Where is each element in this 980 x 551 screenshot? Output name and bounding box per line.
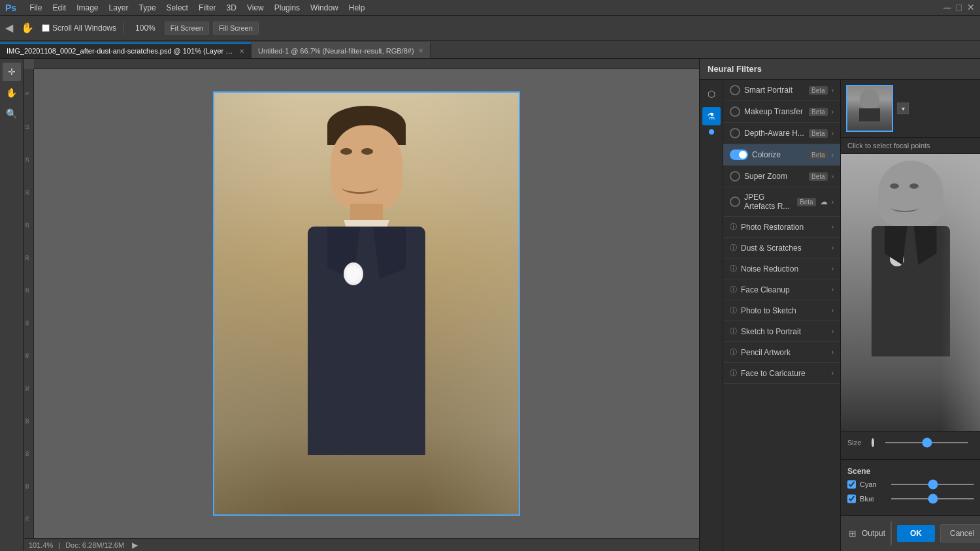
filter-toggle-makeup-transfer[interactable] (730, 106, 740, 117)
tab-neural-result[interactable]: Untitled-1 @ 66.7% (Neural-filter-result… (252, 42, 431, 58)
neural-filters-panel: Neural Filters ⬡ ⚗ Smart Portrait Beta › (699, 59, 980, 551)
output-bar: ⊞ Output New Layer ▾ OK Cancel (841, 515, 980, 551)
menu-edit[interactable]: Edit (47, 0, 71, 15)
maximize-button[interactable]: □ (956, 2, 962, 14)
scroll-all-windows-checkbox[interactable] (42, 24, 50, 32)
ok-button[interactable]: OK (897, 525, 935, 542)
tab-main-close[interactable]: ✕ (239, 48, 244, 55)
filter-chevron-photo-to-sketch[interactable]: › (832, 307, 834, 314)
filter-chevron-dust-scratches[interactable]: › (832, 244, 834, 251)
back-button[interactable]: ◀ (5, 22, 13, 34)
zoom-tool[interactable]: 🔍 (3, 104, 21, 123)
filter-chevron-sketch-to-portrait[interactable]: › (832, 328, 834, 335)
filter-item-makeup-transfer[interactable]: Makeup Transfer Beta › (723, 101, 840, 123)
filter-chevron-face-cleanup[interactable]: › (832, 286, 834, 293)
filter-chevron-smart-portrait[interactable]: › (832, 87, 834, 94)
filter-info-noise-reduction[interactable]: ⓘ (730, 264, 737, 274)
output-icon[interactable]: ⊞ (849, 528, 857, 539)
filter-item-jpeg-artefacts[interactable]: JPEG Artefacts R... Beta ☁ › (723, 187, 840, 217)
toolbar: ◀ ✋ Scroll All Windows 100% Fit Screen F… (0, 16, 980, 40)
filter-info-photo-restoration[interactable]: ⓘ (730, 222, 737, 232)
fit-screen-button[interactable]: Fit Screen (165, 22, 209, 35)
move-tool[interactable]: ✛ (3, 63, 21, 81)
filter-toggle-jpeg-artefacts[interactable] (730, 197, 740, 207)
filter-info-sketch-to-portrait[interactable]: ⓘ (730, 326, 737, 336)
fill-screen-button[interactable]: Fill Screen (213, 22, 259, 35)
size-color-controls: Size Color (841, 431, 980, 460)
filter-item-smart-portrait[interactable]: Smart Portrait Beta › (723, 80, 840, 101)
main-area: ✛ ✋ 🔍 -20 -10 0 10 20 30 40 50 60 70 80 … (0, 59, 980, 551)
filter-chevron-jpeg[interactable]: › (832, 198, 834, 206)
menu-view[interactable]: View (242, 0, 269, 15)
neural-sidebar-dot (709, 129, 714, 134)
filter-chevron-photo-restoration[interactable]: › (832, 223, 834, 230)
menu-image[interactable]: Image (71, 0, 103, 15)
menu-help[interactable]: Help (344, 0, 370, 15)
filter-info-photo-to-sketch[interactable]: ⓘ (730, 306, 737, 315)
status-bar: 101.4% | Doc: 6.28M/12.6M ▶ (24, 538, 699, 551)
menu-filter[interactable]: Filter (193, 0, 221, 15)
filter-item-photo-restoration[interactable]: ⓘ Photo Restoration › (723, 217, 840, 238)
cyan-slider[interactable] (890, 484, 975, 485)
menu-file[interactable]: File (24, 0, 47, 15)
menu-layer[interactable]: Layer (104, 0, 134, 15)
filter-info-face-cleanup[interactable]: ⓘ (730, 285, 737, 294)
hand-tool[interactable]: ✋ (17, 20, 38, 35)
filter-item-pencil-artwork[interactable]: ⓘ Pencil Artwork › (723, 342, 840, 363)
filter-item-face-cleanup[interactable]: ⓘ Face Cleanup › (723, 279, 840, 300)
neural-sidebar-flask-icon[interactable]: ⚗ (702, 107, 721, 125)
filter-toggle-depth-aware[interactable] (730, 128, 740, 138)
neural-sidebar-filter-icon[interactable]: ⬡ (702, 85, 721, 103)
menu-plugins[interactable]: Plugins (269, 0, 305, 15)
filter-chevron-pencil-artwork[interactable]: › (832, 349, 834, 356)
size-slider[interactable] (885, 442, 969, 443)
menu-type[interactable]: Type (134, 0, 161, 15)
menu-window[interactable]: Window (305, 0, 344, 15)
filter-item-colorize[interactable]: Colorize Beta › (723, 144, 840, 166)
filter-info-dust-scratches[interactable]: ⓘ (730, 243, 737, 253)
filter-info-face-to-caricature[interactable]: ⓘ (730, 368, 737, 378)
filter-item-noise-reduction[interactable]: ⓘ Noise Reduction › (723, 259, 840, 279)
canvas-image (213, 91, 520, 516)
cancel-button[interactable]: Cancel (940, 524, 980, 543)
tab-neural-close[interactable]: ✕ (418, 47, 423, 54)
close-button[interactable]: ✕ (967, 2, 975, 14)
filter-item-dust-scratches[interactable]: ⓘ Dust & Scratches › (723, 238, 840, 259)
main-preview-image[interactable] (841, 154, 980, 431)
tab-main-image[interactable]: IMG_20201108_0002_after-dust-and-scratch… (0, 42, 252, 58)
preview-dropdown-button[interactable]: ▾ (897, 102, 909, 114)
doc-size: Doc: 6.28M/12.6M (65, 541, 124, 549)
filter-chevron-face-to-caricature[interactable]: › (832, 370, 834, 377)
filter-toggle-smart-portrait[interactable] (730, 85, 740, 95)
cyan-checkbox[interactable] (847, 480, 856, 489)
filter-chevron-noise-reduction[interactable]: › (832, 265, 834, 272)
filter-item-super-zoom[interactable]: Super Zoom Beta › (723, 166, 840, 187)
top-ruler: -20 -10 0 10 20 30 40 50 60 70 80 90 100… (34, 59, 699, 69)
minimize-button[interactable]: ─ (943, 2, 951, 14)
scroll-all-windows-label: Scroll All Windows (42, 24, 116, 33)
filter-item-depth-aware[interactable]: Depth-Aware H... Beta › (723, 123, 840, 144)
menu-select[interactable]: Select (161, 0, 193, 15)
more-info-button[interactable]: ▶ (132, 541, 138, 550)
filter-chevron-colorize[interactable]: › (832, 151, 834, 159)
left-toolbox: ✛ ✋ 🔍 (0, 59, 24, 551)
blue-checkbox[interactable] (847, 494, 856, 503)
filter-toggle-colorize[interactable] (730, 150, 748, 160)
filter-chevron-makeup-transfer[interactable]: › (832, 108, 834, 116)
filter-item-photo-to-sketch[interactable]: ⓘ Photo to Sketch › (723, 300, 840, 321)
scene-controls: Scene Cyan Red Blue Yellow (841, 460, 980, 515)
status-separator: | (58, 541, 60, 549)
filter-chevron-super-zoom[interactable]: › (832, 173, 834, 180)
menu-3d[interactable]: 3D (221, 0, 242, 15)
preview-thumb-area: ▾ (841, 80, 980, 138)
filter-chevron-depth-aware[interactable]: › (832, 130, 834, 137)
filter-info-pencil-artwork[interactable]: ⓘ (730, 347, 737, 357)
hand-tool-panel[interactable]: ✋ (3, 84, 21, 102)
filter-item-face-to-caricature[interactable]: ⓘ Face to Caricature › (723, 363, 840, 384)
output-select[interactable]: New Layer (891, 522, 892, 545)
filter-toggle-super-zoom[interactable] (730, 171, 740, 181)
filter-item-sketch-to-portrait[interactable]: ⓘ Sketch to Portrait › (723, 321, 840, 342)
blue-slider[interactable] (890, 498, 975, 499)
preview-thumb-selected[interactable] (846, 85, 893, 132)
zoom-value: 100% (130, 24, 161, 33)
